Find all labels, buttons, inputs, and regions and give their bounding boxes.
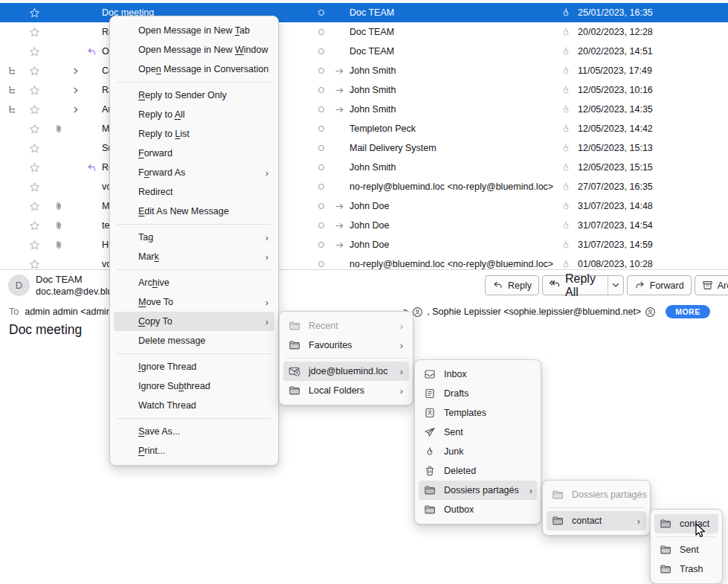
junk-icon bbox=[424, 446, 436, 458]
unread-indicator[interactable] bbox=[318, 3, 324, 22]
menu-item-reply-to-all[interactable]: Reply to All bbox=[114, 105, 274, 124]
reply-button[interactable]: Reply bbox=[485, 275, 539, 295]
menu-item-open-message-in-new-tab[interactable]: Open Message in New Tab bbox=[114, 21, 274, 40]
junk-flame-icon[interactable] bbox=[560, 196, 571, 216]
menu-item-contact[interactable]: contact bbox=[654, 514, 718, 533]
menu-item-open-message-in-new-window[interactable]: Open Message in New Window bbox=[114, 40, 274, 60]
unread-indicator[interactable] bbox=[318, 177, 324, 196]
unread-indicator[interactable] bbox=[318, 22, 324, 42]
star-icon[interactable] bbox=[29, 196, 40, 216]
chevron-down-icon bbox=[611, 279, 620, 292]
unread-indicator[interactable] bbox=[318, 119, 324, 138]
menu-item-ignore-thread[interactable]: Ignore Thread bbox=[114, 357, 274, 376]
expand-thread-icon[interactable] bbox=[71, 61, 80, 80]
inbox-icon bbox=[424, 368, 436, 380]
to-recipient-right: , Sophie Lepissier <sophie.lepissier@blu… bbox=[427, 307, 641, 317]
junk-flame-icon[interactable] bbox=[560, 216, 571, 235]
menu-item-deleted[interactable]: Deleted bbox=[419, 461, 537, 481]
thunderbird-window: Doc meetingDoc TEAM25/01/2023, 16:35ReDo… bbox=[0, 0, 728, 584]
menu-item-label: Recent bbox=[309, 321, 338, 331]
archive-button[interactable]: Archive bbox=[695, 275, 728, 295]
menu-item-move-to[interactable]: Move To› bbox=[114, 292, 274, 312]
reply-all-button[interactable]: Reply All bbox=[543, 276, 608, 295]
junk-flame-icon[interactable] bbox=[560, 100, 571, 119]
menu-item-templates[interactable]: Templates bbox=[419, 403, 537, 423]
star-icon[interactable] bbox=[29, 100, 40, 119]
reply-all-dropdown-button[interactable] bbox=[608, 276, 623, 295]
star-icon[interactable] bbox=[29, 22, 40, 42]
reply-all-icon bbox=[549, 278, 561, 292]
menu-item-tag[interactable]: Tag› bbox=[114, 228, 274, 247]
menu-item-label: Ignore Thread bbox=[138, 362, 196, 372]
menu-item-save-as[interactable]: Save As... bbox=[114, 422, 274, 441]
menu-item-mark[interactable]: Mark› bbox=[114, 247, 274, 266]
menu-item-open-message-in-conversation[interactable]: Open Message in Conversation bbox=[114, 60, 274, 79]
unread-indicator[interactable] bbox=[318, 254, 324, 269]
junk-flame-icon[interactable] bbox=[560, 80, 571, 100]
forward-button[interactable]: Forward bbox=[627, 275, 692, 295]
star-icon[interactable] bbox=[29, 158, 40, 177]
contact-person-icon[interactable] bbox=[645, 307, 656, 318]
menu-item-archive[interactable]: Archive bbox=[114, 273, 274, 292]
junk-flame-icon[interactable] bbox=[560, 3, 571, 22]
menu-item-redirect[interactable]: Redirect bbox=[114, 182, 274, 202]
menu-item-watch-thread[interactable]: Watch Thread bbox=[114, 396, 274, 415]
star-icon[interactable] bbox=[29, 61, 40, 80]
contact-person-icon[interactable] bbox=[412, 307, 423, 318]
unread-indicator[interactable] bbox=[318, 158, 324, 177]
unread-indicator[interactable] bbox=[318, 42, 324, 61]
menu-item-sent[interactable]: Sent bbox=[654, 540, 718, 559]
menu-item-junk[interactable]: Junk bbox=[419, 442, 537, 461]
unread-indicator[interactable] bbox=[318, 61, 324, 80]
menu-item-trash[interactable]: Trash bbox=[654, 559, 718, 579]
junk-flame-icon[interactable] bbox=[560, 22, 571, 42]
star-icon[interactable] bbox=[29, 138, 40, 158]
menu-item-forward[interactable]: Forward bbox=[114, 144, 274, 163]
menu-item-drafts[interactable]: Drafts bbox=[419, 384, 537, 403]
junk-flame-icon[interactable] bbox=[560, 119, 571, 138]
menu-item-edit-as-new-message[interactable]: Edit As New Message bbox=[114, 202, 274, 221]
menu-item-inbox[interactable]: Inbox bbox=[419, 365, 537, 384]
unread-indicator[interactable] bbox=[318, 80, 324, 100]
star-icon[interactable] bbox=[29, 177, 40, 196]
menu-item-sent[interactable]: Sent bbox=[419, 423, 537, 442]
unread-indicator[interactable] bbox=[318, 100, 324, 119]
star-icon[interactable] bbox=[29, 235, 40, 254]
templates-icon bbox=[424, 407, 436, 419]
star-icon[interactable] bbox=[29, 216, 40, 235]
menu-item-ignore-subthread[interactable]: Ignore Subthread bbox=[114, 376, 274, 396]
menu-item-print[interactable]: Print... bbox=[114, 441, 274, 461]
menu-item-contact[interactable]: contact› bbox=[547, 511, 646, 530]
junk-flame-icon[interactable] bbox=[560, 235, 571, 254]
menu-item-dossiers-partag-s[interactable]: Dossiers partagés› bbox=[419, 481, 537, 500]
unread-indicator[interactable] bbox=[318, 216, 324, 235]
menu-item-jdoe-bluemind-loc[interactable]: jdoe@bluemind.loc› bbox=[283, 362, 409, 381]
junk-flame-icon[interactable] bbox=[560, 158, 571, 177]
star-icon[interactable] bbox=[29, 119, 40, 138]
menu-item-favourites[interactable]: Favourites› bbox=[283, 336, 409, 355]
menu-item-copy-to[interactable]: Copy To› bbox=[114, 312, 274, 331]
unread-indicator[interactable] bbox=[318, 138, 324, 158]
menu-item-reply-to-sender-only[interactable]: Reply to Sender Only bbox=[114, 86, 274, 105]
junk-flame-icon[interactable] bbox=[560, 138, 571, 158]
star-icon[interactable] bbox=[29, 254, 40, 269]
menu-item-forward-as[interactable]: Forward As› bbox=[114, 163, 274, 182]
attachment-icon bbox=[54, 235, 64, 254]
menu-item-outbox[interactable]: Outbox bbox=[419, 500, 537, 519]
menu-item-local-folders[interactable]: Local Folders› bbox=[283, 381, 409, 400]
folder-icon bbox=[424, 484, 436, 496]
junk-flame-icon[interactable] bbox=[560, 254, 571, 269]
junk-flame-icon[interactable] bbox=[560, 61, 571, 80]
menu-item-delete-message[interactable]: Delete message bbox=[114, 331, 274, 350]
junk-flame-icon[interactable] bbox=[560, 177, 571, 196]
unread-indicator[interactable] bbox=[318, 235, 324, 254]
star-icon[interactable] bbox=[29, 3, 40, 22]
menu-item-reply-to-list[interactable]: Reply to List bbox=[114, 124, 274, 144]
expand-thread-icon[interactable] bbox=[71, 100, 80, 119]
expand-thread-icon[interactable] bbox=[71, 80, 80, 100]
unread-indicator[interactable] bbox=[318, 196, 324, 216]
junk-flame-icon[interactable] bbox=[560, 42, 571, 61]
more-recipients-badge[interactable]: MORE bbox=[666, 305, 710, 318]
star-icon[interactable] bbox=[29, 80, 40, 100]
star-icon[interactable] bbox=[29, 42, 40, 61]
